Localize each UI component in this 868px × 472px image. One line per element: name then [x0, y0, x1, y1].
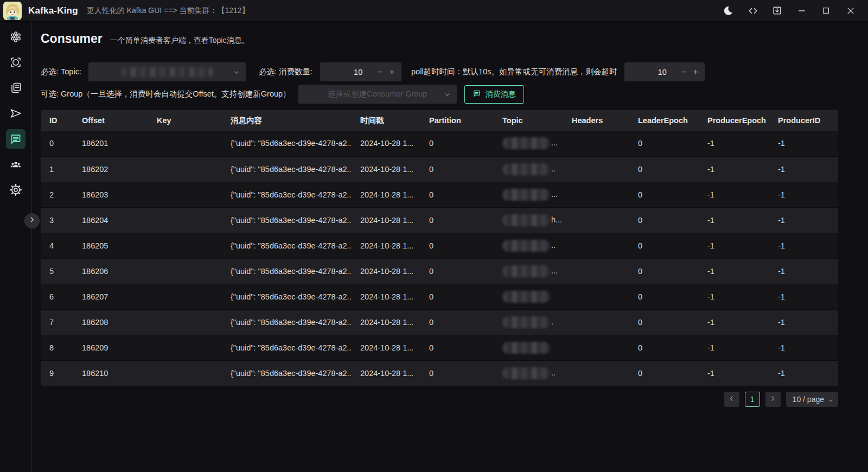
cell-key [148, 131, 222, 156]
plus-icon[interactable]: + [390, 68, 394, 76]
table-row[interactable]: 9 186210 {"uuid": "85d6a3ec-d39e-4278-a2… [41, 360, 838, 386]
column-header: Headers [563, 110, 629, 131]
table-row[interactable]: 8 186209 {"uuid": "85d6a3ec-d39e-4278-a2… [41, 335, 838, 360]
sidebar-expand-button[interactable] [24, 213, 40, 228]
cell-key [148, 233, 222, 258]
topic-suffix: h... [551, 215, 562, 224]
cell-partition: 0 [420, 233, 494, 258]
cell-key [148, 258, 222, 284]
table-row[interactable]: 5 186206 {"uuid": "85d6a3ec-d39e-4278-a2… [41, 258, 838, 284]
sidebar-item-groups[interactable] [6, 155, 25, 174]
censored-topic-value [502, 367, 550, 379]
cell-id: 3 [41, 207, 73, 233]
minimize-icon[interactable] [789, 0, 814, 22]
cell-timestamp: 2024-10-28 1... [352, 182, 420, 207]
settings-gear-icon [9, 183, 22, 196]
sidebar-item-topics[interactable] [6, 78, 25, 98]
topic-select[interactable] [88, 62, 246, 81]
page-number-button[interactable]: 1 [745, 392, 760, 407]
messages-table: IDOffsetKey消息内容时间戳PartitionTopicHeadersL… [41, 110, 838, 386]
topics-docs-icon [9, 81, 22, 94]
chat-icon [473, 89, 481, 99]
column-header: 消息内容 [222, 110, 352, 131]
table-row[interactable]: 4 186205 {"uuid": "85d6a3ec-d39e-4278-a2… [41, 233, 838, 258]
cell-id: 8 [41, 335, 73, 360]
cell-headers [563, 182, 629, 207]
sidebar-item-monitor[interactable] [6, 53, 25, 72]
cell-timestamp: 2024-10-28 1... [352, 156, 420, 182]
cell-offset: 186201 [73, 131, 148, 156]
cell-id: 0 [41, 131, 73, 156]
poll-timeout-stepper[interactable]: 10 − + [624, 62, 705, 81]
table-row[interactable]: 0 186201 {"uuid": "85d6a3ec-d39e-4278-a2… [41, 131, 838, 156]
table-row[interactable]: 1 186202 {"uuid": "85d6a3ec-d39e-4278-a2… [41, 156, 838, 182]
cell-leader-epoch: 0 [629, 360, 699, 386]
consume-messages-button[interactable]: 消费消息 [464, 85, 524, 104]
monitor-scan-icon [9, 56, 22, 69]
cell-headers [563, 360, 629, 386]
cell-topic [494, 335, 563, 360]
chevron-down-icon [444, 91, 451, 100]
moon-icon[interactable] [716, 0, 741, 22]
censored-topic-value [502, 240, 550, 252]
censored-topic-value [502, 291, 550, 303]
censored-topic-value [502, 137, 550, 149]
column-header: Key [148, 110, 222, 131]
cell-timestamp: 2024-10-28 1... [352, 284, 420, 309]
cell-producer-id: -1 [769, 131, 838, 156]
cell-leader-epoch: 0 [629, 131, 699, 156]
cell-message: {"uuid": "85d6a3ec-d39e-4278-a2... [222, 207, 352, 233]
chevron-down-icon [828, 397, 834, 405]
censored-topic-value [502, 163, 550, 175]
cell-producer-epoch: -1 [699, 335, 769, 360]
cell-leader-epoch: 0 [629, 284, 699, 309]
sidebar-item-consumer[interactable] [6, 129, 25, 149]
table-row[interactable]: 3 186204 {"uuid": "85d6a3ec-d39e-4278-a2… [41, 207, 838, 233]
cell-message: {"uuid": "85d6a3ec-d39e-4278-a2... [222, 309, 352, 335]
sidebar-item-producer[interactable] [6, 104, 25, 123]
page-title: Consumer [41, 31, 103, 46]
table-row[interactable]: 7 186208 {"uuid": "85d6a3ec-d39e-4278-a2… [41, 309, 838, 335]
next-page-button[interactable] [765, 392, 781, 407]
plus-icon[interactable]: + [693, 68, 698, 76]
install-icon[interactable] [765, 0, 789, 22]
cell-topic [494, 284, 563, 309]
topic-label: 必选: Topic: [41, 67, 81, 77]
code-icon[interactable] [741, 0, 765, 22]
close-icon[interactable] [838, 0, 863, 22]
sidebar-item-cluster[interactable] [6, 27, 25, 47]
cell-timestamp: 2024-10-28 1... [352, 233, 420, 258]
quantity-stepper[interactable]: 10 − + [320, 62, 401, 81]
page-size-select[interactable]: 10 / page [786, 392, 838, 407]
cell-message: {"uuid": "85d6a3ec-d39e-4278-a2... [222, 360, 352, 386]
cell-offset: 186210 [73, 360, 148, 386]
consume-messages-label: 消费消息 [486, 90, 516, 99]
cell-producer-epoch: -1 [699, 233, 769, 258]
group-select[interactable]: 选择或创建Consumer Group [298, 85, 457, 104]
sidebar-item-settings[interactable] [6, 180, 25, 200]
cluster-subtitle: 更人性化的 Kafka GUI ==> 当前集群：【1212】 [87, 6, 250, 16]
maximize-icon[interactable] [814, 0, 838, 22]
table-row[interactable]: 2 186203 {"uuid": "85d6a3ec-d39e-4278-a2… [41, 182, 838, 207]
cell-leader-epoch: 0 [629, 182, 699, 207]
cell-partition: 0 [420, 207, 494, 233]
minus-icon[interactable]: − [378, 68, 382, 76]
cell-headers [563, 131, 629, 156]
cell-partition: 0 [420, 360, 494, 386]
cell-leader-epoch: 0 [629, 335, 699, 360]
cell-message: {"uuid": "85d6a3ec-d39e-4278-a2... [222, 156, 352, 182]
cell-producer-epoch: -1 [699, 258, 769, 284]
cell-producer-id: -1 [769, 156, 838, 182]
cell-key [148, 360, 222, 386]
cell-topic: ... [494, 258, 563, 284]
table-row[interactable]: 6 186207 {"uuid": "85d6a3ec-d39e-4278-a2… [41, 284, 838, 309]
cell-id: 2 [41, 182, 73, 207]
group-select-placeholder: 选择或创建Consumer Group [328, 89, 427, 99]
window-controls [716, 0, 868, 22]
minus-icon[interactable]: − [681, 68, 686, 76]
cell-message: {"uuid": "85d6a3ec-d39e-4278-a2... [222, 258, 352, 284]
column-header: 时间戳 [352, 110, 420, 131]
page-size-value: 10 / page [793, 395, 824, 404]
cell-producer-id: -1 [769, 207, 838, 233]
prev-page-button[interactable] [724, 392, 739, 407]
